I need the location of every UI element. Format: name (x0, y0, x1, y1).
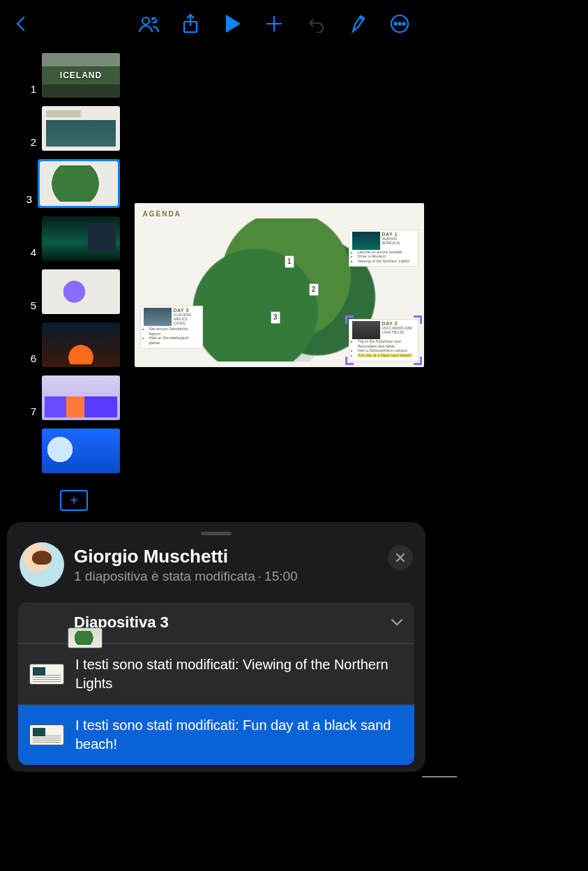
back-button[interactable] (10, 12, 33, 36)
day3-card[interactable]: DAY 3 GLACIERS AND ICE CAVES Sail across… (140, 306, 203, 348)
callout-line (422, 776, 457, 777)
day3-list: Sail across Jökulsárlón lagoon Hike on S… (149, 327, 199, 345)
change-text: I testi sono stati modificati: Viewing o… (75, 655, 403, 693)
svg-point-6 (402, 22, 405, 24)
thumbnail[interactable] (42, 429, 120, 473)
thumbnail[interactable] (42, 322, 120, 367)
slide-thumb-4[interactable]: 4 (22, 216, 120, 261)
slide-thumb-3[interactable]: 3 (18, 159, 120, 208)
day2-photo (352, 321, 380, 339)
slide-title[interactable]: AGENDA (143, 210, 181, 218)
day3-photo (144, 308, 172, 326)
slide-thumb-6[interactable]: 6 (22, 322, 120, 367)
highlighted-edit: Fun day at a black sand beach! (358, 353, 412, 357)
activity-summary: 1 diapositiva è stata modificata·15:00 (74, 569, 298, 584)
map-marker-2[interactable]: 2 (309, 283, 319, 296)
day2-card[interactable]: DAY 2 VOLCANOES AND LAVA FIELDS Trip to … (349, 319, 419, 361)
map-image[interactable] (173, 218, 379, 362)
chevron-down-icon (391, 616, 403, 630)
thumbnail[interactable] (42, 216, 120, 261)
editor: 1 2 3 4 5 6 7 (0, 47, 432, 522)
toolbar (0, 0, 432, 47)
collaborate-button[interactable] (137, 12, 160, 36)
change-item-selected[interactable]: I testi sono stati modificati: Fun day a… (18, 704, 414, 765)
change-thumb-icon (29, 724, 64, 745)
activity-panel: Giorgio Muschetti 1 diapositiva è stata … (7, 522, 425, 772)
slide-navigator[interactable]: 1 2 3 4 5 6 7 (0, 47, 126, 522)
svg-point-0 (142, 17, 149, 24)
play-button[interactable] (220, 12, 244, 36)
thumbnail[interactable] (42, 375, 120, 420)
section-header[interactable]: Diapositiva 3 (18, 602, 414, 643)
avatar (20, 542, 64, 587)
day1-photo (352, 232, 380, 250)
change-text: I testi sono stati modificati: Fun day a… (75, 716, 403, 754)
collaborator-name: Giorgio Muschetti (74, 546, 298, 567)
day1-list: Lecture on aurora borealis Drive to Akur… (358, 250, 415, 264)
section-thumb-icon (68, 627, 103, 648)
thumbnail[interactable] (42, 53, 120, 98)
slide[interactable]: AGENDA 1 2 3 DAY 1 AURORA BOREALIS Lectu… (135, 203, 424, 367)
slide-thumb-8[interactable] (22, 429, 120, 473)
map-marker-3[interactable]: 3 (271, 311, 280, 324)
slide-thumb-7[interactable]: 7 (22, 375, 120, 420)
map-marker-1[interactable]: 1 (285, 255, 294, 268)
section-title: Diapositiva 3 (74, 613, 381, 632)
svg-point-4 (394, 22, 396, 24)
share-button[interactable] (179, 12, 202, 36)
add-button[interactable] (262, 12, 286, 36)
slide-thumb-2[interactable]: 2 (22, 106, 120, 151)
change-item[interactable]: I testi sono stati modificati: Viewing o… (18, 643, 414, 704)
thumbnail-selected[interactable] (40, 161, 118, 206)
slide-thumb-5[interactable]: 5 (22, 269, 120, 314)
format-button[interactable] (346, 12, 370, 36)
more-button[interactable] (388, 12, 412, 36)
undo-button[interactable] (304, 12, 328, 36)
thumbnail[interactable] (42, 269, 120, 314)
svg-point-5 (398, 22, 400, 24)
add-slide-button[interactable]: + (60, 490, 88, 511)
change-thumb-icon (29, 664, 64, 685)
thumbnail[interactable] (42, 106, 120, 151)
drag-handle[interactable] (201, 532, 232, 535)
close-button[interactable] (388, 545, 413, 570)
day1-card[interactable]: DAY 1 AURORA BOREALIS Lecture on aurora … (349, 230, 419, 267)
activity-time: 15:00 (264, 569, 298, 583)
changes-section: Diapositiva 3 I testi sono stati modific… (18, 602, 414, 765)
day2-list: Trip to the Holuhraun and Reynisfjara la… (358, 339, 415, 357)
slide-thumb-1[interactable]: 1 (22, 53, 120, 98)
slide-canvas[interactable]: AGENDA 1 2 3 DAY 1 AURORA BOREALIS Lectu… (126, 47, 432, 522)
